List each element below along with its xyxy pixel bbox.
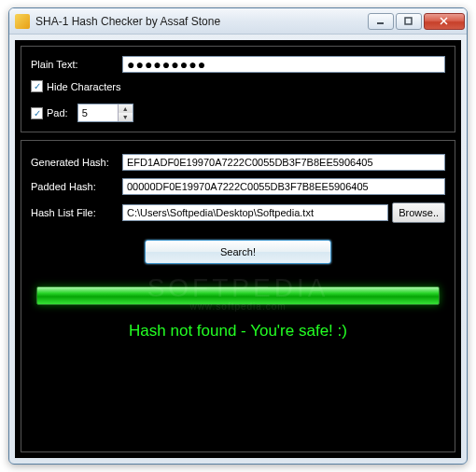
pad-row: ✓ Pad: ▲ ▼: [31, 104, 445, 122]
minimize-button[interactable]: [368, 13, 394, 30]
pad-spinner[interactable]: ▲ ▼: [77, 104, 133, 122]
generated-hash-label: Generated Hash:: [31, 157, 122, 168]
padded-hash-label: Padded Hash:: [31, 181, 122, 192]
spinner-arrows: ▲ ▼: [118, 104, 133, 121]
padded-hash-field[interactable]: [122, 178, 445, 195]
padded-hash-row: Padded Hash:: [31, 178, 445, 195]
plain-text-label: Plain Text:: [31, 59, 122, 70]
hide-chars-row: ✓ Hide Characters: [31, 80, 445, 92]
minimize-icon: [376, 17, 385, 26]
svg-rect-1: [405, 18, 412, 24]
hash-list-label: Hash List File:: [31, 207, 122, 218]
hide-chars-checkbox[interactable]: ✓: [31, 80, 43, 92]
output-group: Generated Hash: Padded Hash: Hash List F…: [21, 140, 455, 452]
titlebar[interactable]: SHA-1 Hash Checker by Assaf Stone: [9, 8, 467, 35]
search-button[interactable]: Search!: [145, 240, 331, 264]
application-window: SHA-1 Hash Checker by Assaf Stone Plain …: [8, 7, 468, 465]
generated-hash-row: Generated Hash:: [31, 154, 445, 171]
pad-checkbox[interactable]: ✓: [31, 107, 43, 119]
hash-list-file-field[interactable]: [122, 204, 388, 221]
result-message: Hash not found - You're safe! :): [31, 322, 445, 340]
maximize-icon: [404, 17, 413, 26]
hash-list-row: Hash List File: Browse..: [31, 202, 445, 223]
window-title: SHA-1 Hash Checker by Assaf Stone: [35, 15, 366, 28]
plain-text-row: Plain Text: ●●●●●●●●●: [31, 56, 445, 73]
maximize-button[interactable]: [396, 13, 422, 30]
progress-bar: [36, 286, 440, 305]
pad-label: Pad:: [47, 107, 68, 118]
close-button[interactable]: [424, 13, 465, 30]
input-group: Plain Text: ●●●●●●●●● ✓ Hide Characters …: [21, 46, 455, 132]
app-icon: [15, 14, 30, 29]
hide-chars-label: Hide Characters: [47, 81, 120, 92]
client-area: Plain Text: ●●●●●●●●● ✓ Hide Characters …: [15, 40, 461, 458]
generated-hash-field[interactable]: [122, 154, 445, 171]
window-controls: [366, 13, 465, 30]
close-icon: [440, 17, 449, 26]
browse-button[interactable]: Browse..: [392, 202, 445, 223]
spinner-up-icon[interactable]: ▲: [119, 104, 133, 113]
pad-value-input[interactable]: [78, 104, 118, 121]
plain-text-input[interactable]: ●●●●●●●●●: [122, 56, 445, 73]
spinner-down-icon[interactable]: ▼: [119, 113, 133, 121]
